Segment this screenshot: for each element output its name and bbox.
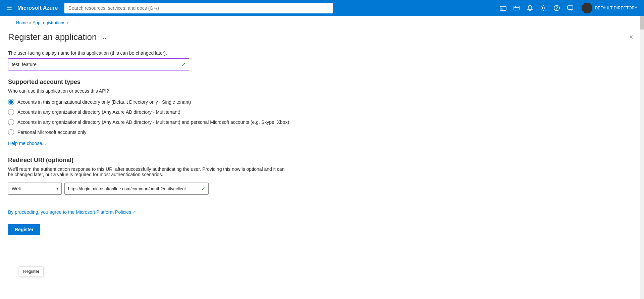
policy-link-text: By proceeding, you agree to the Microsof… bbox=[8, 209, 131, 215]
radio-group: Accounts in this organizational director… bbox=[8, 99, 636, 135]
policy-link[interactable]: By proceeding, you agree to the Microsof… bbox=[8, 209, 136, 215]
svg-rect-2 bbox=[514, 6, 519, 10]
uri-input-wrapper: ✓ bbox=[64, 183, 209, 195]
register-tooltip: Register bbox=[19, 266, 44, 276]
brand-name: Microsoft Azure bbox=[17, 5, 58, 11]
page-title: Register an application bbox=[8, 32, 97, 42]
platform-select-wrapper: Web SPA Public client/native (mobile & d… bbox=[8, 183, 62, 195]
radio-label-4: Personal Microsoft accounts only bbox=[17, 130, 86, 135]
redirect-uri-title: Redirect URI (optional) bbox=[8, 157, 636, 164]
svg-point-5 bbox=[556, 9, 557, 10]
directory-icon[interactable] bbox=[511, 3, 523, 13]
top-navigation: ☰ Microsoft Azure DEFAULT DIRECTORY bbox=[0, 0, 644, 16]
avatar bbox=[582, 3, 592, 13]
svg-rect-0 bbox=[500, 6, 506, 10]
cloud-shell-icon[interactable] bbox=[497, 3, 509, 13]
name-input-wrapper: ✓ bbox=[8, 58, 189, 70]
account-types-section: Supported account types Who can use this… bbox=[8, 79, 636, 146]
breadcrumb-sep2: > bbox=[67, 21, 69, 25]
radio-option-1[interactable]: Accounts in this organizational director… bbox=[8, 99, 636, 105]
radio-input-4[interactable] bbox=[8, 129, 14, 135]
close-button[interactable]: × bbox=[627, 32, 636, 42]
register-button-section: Register bbox=[8, 224, 636, 235]
radio-option-2[interactable]: Accounts in any organizational directory… bbox=[8, 109, 636, 115]
breadcrumb-app-registrations[interactable]: App registrations bbox=[33, 20, 65, 25]
account-types-title: Supported account types bbox=[8, 79, 636, 86]
radio-label-3: Accounts in any organizational directory… bbox=[17, 119, 289, 125]
tooltip-text: Register bbox=[23, 269, 39, 274]
right-scrollbar[interactable] bbox=[640, 16, 644, 299]
page-menu-button[interactable]: ... bbox=[101, 33, 110, 41]
radio-input-1[interactable] bbox=[8, 99, 14, 105]
redirect-uri-section: Redirect URI (optional) We'll return the… bbox=[8, 157, 636, 195]
svg-rect-6 bbox=[568, 6, 573, 9]
breadcrumb-sep1: > bbox=[29, 21, 31, 25]
nav-icons bbox=[497, 3, 576, 13]
page-header: Register an application ... × bbox=[8, 28, 636, 50]
register-button[interactable]: Register bbox=[8, 224, 40, 235]
main-content: Home > App registrations > Register an a… bbox=[0, 16, 644, 299]
breadcrumb: Home > App registrations > bbox=[8, 16, 636, 28]
scroll-container[interactable]: Home > App registrations > Register an a… bbox=[0, 16, 644, 299]
radio-option-3[interactable]: Accounts in any organizational directory… bbox=[8, 119, 636, 125]
notifications-icon[interactable] bbox=[524, 3, 536, 13]
feedback-icon[interactable] bbox=[564, 3, 576, 13]
platform-select[interactable]: Web SPA Public client/native (mobile & d… bbox=[8, 183, 62, 195]
help-icon[interactable] bbox=[551, 3, 563, 13]
user-directory-label: DEFAULT DIRECTORY bbox=[595, 6, 637, 10]
redirect-uri-desc: We'll return the authentication response… bbox=[8, 166, 290, 177]
app-name-input[interactable] bbox=[8, 58, 189, 70]
redirect-uri-input[interactable] bbox=[64, 183, 209, 195]
account-types-subtitle: Who can use this application or access t… bbox=[8, 88, 636, 94]
uri-check-icon: ✓ bbox=[201, 186, 205, 192]
policy-section: By proceeding, you agree to the Microsof… bbox=[8, 203, 636, 221]
help-choose-link[interactable]: Help me choose... bbox=[8, 141, 46, 146]
breadcrumb-home[interactable]: Home bbox=[16, 20, 28, 25]
radio-input-2[interactable] bbox=[8, 109, 14, 115]
svg-point-3 bbox=[542, 7, 544, 9]
search-input[interactable] bbox=[64, 3, 333, 13]
radio-input-3[interactable] bbox=[8, 119, 14, 125]
hamburger-button[interactable]: ☰ bbox=[4, 3, 15, 13]
scrollbar-thumb[interactable] bbox=[640, 16, 644, 30]
radio-label-1: Accounts in this organizational director… bbox=[17, 99, 191, 105]
external-link-icon: ↗ bbox=[132, 210, 136, 214]
radio-option-4[interactable]: Personal Microsoft accounts only bbox=[8, 129, 636, 135]
radio-label-2: Accounts in any organizational directory… bbox=[17, 109, 180, 115]
redirect-row: Web SPA Public client/native (mobile & d… bbox=[8, 183, 636, 195]
check-icon: ✓ bbox=[181, 61, 186, 68]
user-area[interactable]: DEFAULT DIRECTORY bbox=[579, 1, 640, 15]
settings-icon[interactable] bbox=[537, 3, 549, 13]
name-field-label: The user-facing display name for this ap… bbox=[8, 50, 636, 56]
app-name-section: The user-facing display name for this ap… bbox=[8, 50, 636, 70]
